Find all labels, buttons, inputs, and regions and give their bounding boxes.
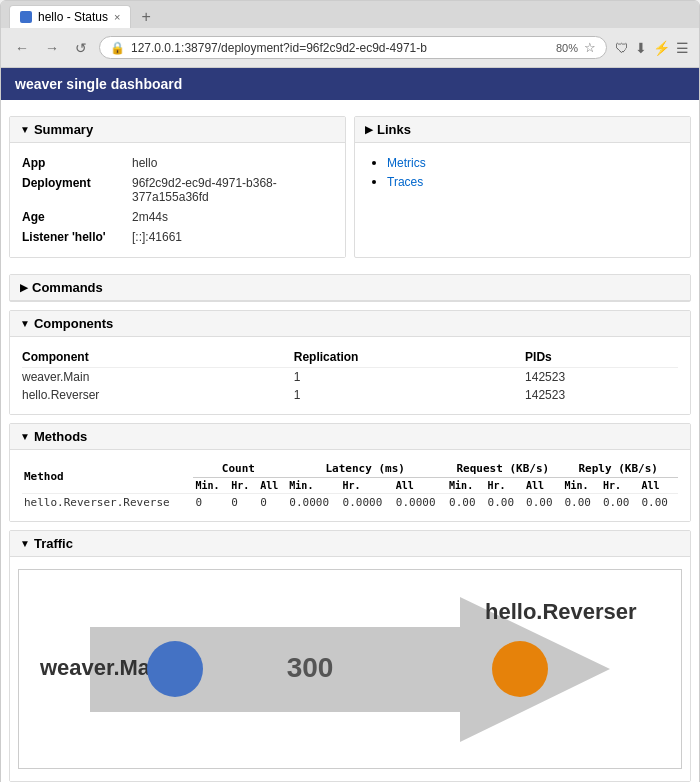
sub-col-all: All xyxy=(258,478,287,494)
summary-field-label-listener: Listener 'hello' xyxy=(22,230,132,244)
sub-col-min: Min. xyxy=(562,478,600,494)
lat-hr: 0.0000 xyxy=(341,494,394,512)
active-tab[interactable]: hello - Status × xyxy=(9,5,131,28)
summary-body: App hello Deployment 96f2c9d2-ec9d-4971-… xyxy=(10,143,345,257)
lat-min: 0.0000 xyxy=(287,494,340,512)
browser-toolbar: ← → ↺ 🔒 127.0.0.1:38797/deployment?id=96… xyxy=(1,28,699,68)
top-row: ▼ Summary App hello Deployment 96f2c9d2-… xyxy=(9,108,691,266)
sub-col-hr: Hr. xyxy=(601,478,639,494)
sub-col-min: Min. xyxy=(447,478,485,494)
components-chevron: ▼ xyxy=(20,318,30,329)
table-row: weaver.Main 1 142523 xyxy=(22,368,678,387)
address-bar[interactable]: 🔒 127.0.0.1:38797/deployment?id=96f2c9d2… xyxy=(99,36,607,59)
tab-bar: hello - Status × + xyxy=(1,1,699,28)
summary-field-label-app: App xyxy=(22,156,132,170)
count-all: 0 xyxy=(258,494,287,512)
sub-col-all: All xyxy=(394,478,447,494)
lat-all: 0.0000 xyxy=(394,494,447,512)
commands-label: Commands xyxy=(32,280,103,295)
traffic-section: ▼ Traffic weaver.Main hello.Reverser xyxy=(9,530,691,782)
summary-section: ▼ Summary App hello Deployment 96f2c9d2-… xyxy=(9,116,346,258)
methods-chevron: ▼ xyxy=(20,431,30,442)
new-tab-button[interactable]: + xyxy=(135,6,156,28)
traffic-chevron: ▼ xyxy=(20,538,30,549)
metrics-link[interactable]: Metrics xyxy=(387,156,426,170)
component-name: weaver.Main xyxy=(22,368,294,387)
col-header-component: Component xyxy=(22,347,294,368)
components-table: Component Replication PIDs weaver.Main 1… xyxy=(22,347,678,404)
list-item: Traces xyxy=(387,172,678,191)
sub-col-all: All xyxy=(524,478,562,494)
summary-field-value-app: hello xyxy=(132,156,157,170)
component-pids: 142523 xyxy=(525,368,678,387)
summary-row-listener: Listener 'hello' [::]:41661 xyxy=(22,227,333,247)
traffic-diagram: weaver.Main hello.Reverser 300 xyxy=(30,577,670,762)
forward-button[interactable]: → xyxy=(41,38,63,58)
methods-section-header[interactable]: ▼ Methods xyxy=(10,424,690,450)
reload-button[interactable]: ↺ xyxy=(71,38,91,58)
summary-row-age: Age 2m44s xyxy=(22,207,333,227)
summary-field-label-age: Age xyxy=(22,210,132,224)
methods-table: Method Count Latency (ms) Request (KB/s)… xyxy=(22,460,678,511)
traffic-canvas: weaver.Main hello.Reverser 300 xyxy=(18,569,682,769)
method-name: hello.Reverser.Reverse xyxy=(22,494,193,512)
count-min: 0 xyxy=(193,494,229,512)
right-node-label: hello.Reverser xyxy=(485,599,637,624)
count-hr: 0 xyxy=(229,494,258,512)
toolbar-icons: 🛡 ⬇ ⚡ ☰ xyxy=(615,40,689,56)
col-header-pids: PIDs xyxy=(525,347,678,368)
star-icon[interactable]: ☆ xyxy=(584,40,596,55)
summary-chevron: ▼ xyxy=(20,124,30,135)
req-hr: 0.00 xyxy=(486,494,524,512)
summary-field-value-deployment: 96f2c9d2-ec9d-4971-b368-377a155a36fd xyxy=(132,176,333,204)
component-replication: 1 xyxy=(294,386,525,404)
col-header-replication: Replication xyxy=(294,347,525,368)
links-list: Metrics Traces xyxy=(367,153,678,191)
col-group-reply: Reply (KB/s) xyxy=(562,460,678,478)
sub-col-min: Min. xyxy=(193,478,229,494)
menu-icon[interactable]: ☰ xyxy=(676,40,689,56)
zoom-level: 80% xyxy=(556,42,578,54)
components-section-header[interactable]: ▼ Components xyxy=(10,311,690,337)
list-item: Metrics xyxy=(387,153,678,172)
links-section: ▶ Links Metrics Traces xyxy=(354,116,691,258)
col-group-count: Count xyxy=(193,460,287,478)
links-body: Metrics Traces xyxy=(355,143,690,201)
shield-icon[interactable]: 🛡 xyxy=(615,40,629,56)
links-chevron: ▶ xyxy=(365,124,373,135)
left-node-circle xyxy=(147,641,203,697)
download-icon[interactable]: ⬇ xyxy=(635,40,647,56)
commands-section: ▶ Commands xyxy=(9,274,691,302)
page-content: weaver single dashboard ▼ Summary App he… xyxy=(1,68,699,782)
browser-frame: hello - Status × + ← → ↺ 🔒 127.0.0.1:387… xyxy=(0,0,700,782)
components-body: Component Replication PIDs weaver.Main 1… xyxy=(10,337,690,414)
req-all: 0.00 xyxy=(524,494,562,512)
components-section: ▼ Components Component Replication PIDs xyxy=(9,310,691,415)
summary-field-label-deployment: Deployment xyxy=(22,176,132,190)
right-node-circle xyxy=(492,641,548,697)
summary-label: Summary xyxy=(34,122,93,137)
tab-close-btn[interactable]: × xyxy=(114,11,120,23)
methods-body: Method Count Latency (ms) Request (KB/s)… xyxy=(10,450,690,521)
commands-section-header[interactable]: ▶ Commands xyxy=(10,275,690,301)
col-group-latency: Latency (ms) xyxy=(287,460,447,478)
sub-col-min: Min. xyxy=(287,478,340,494)
tab-label: hello - Status xyxy=(38,10,108,24)
rep-all: 0.00 xyxy=(639,494,678,512)
arrow-count: 300 xyxy=(287,652,334,683)
summary-section-header[interactable]: ▼ Summary xyxy=(10,117,345,143)
table-row: hello.Reverser.Reverse 0 0 0 0.0000 0.00… xyxy=(22,494,678,512)
page-title: weaver single dashboard xyxy=(15,76,182,92)
component-name: hello.Reverser xyxy=(22,386,294,404)
back-button[interactable]: ← xyxy=(11,38,33,58)
traffic-label: Traffic xyxy=(34,536,73,551)
links-section-header[interactable]: ▶ Links xyxy=(355,117,690,143)
sub-col-hr: Hr. xyxy=(229,478,258,494)
component-pids: 142523 xyxy=(525,386,678,404)
components-label: Components xyxy=(34,316,113,331)
rep-hr: 0.00 xyxy=(601,494,639,512)
traffic-section-header[interactable]: ▼ Traffic xyxy=(10,531,690,557)
traces-link[interactable]: Traces xyxy=(387,175,423,189)
methods-section: ▼ Methods Method Count Latency (ms) Requ… xyxy=(9,423,691,522)
extension-icon[interactable]: ⚡ xyxy=(653,40,670,56)
